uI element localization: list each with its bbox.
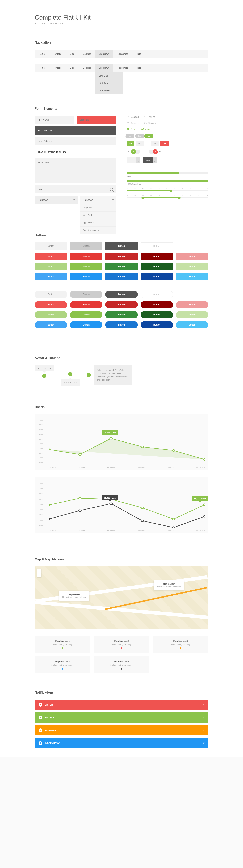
button-pill[interactable]: Button (35, 290, 67, 298)
dropdown-item[interactable]: Link Three (95, 87, 123, 94)
dropdown-open[interactable]: Dropdown (80, 196, 116, 204)
nav-help[interactable]: Help (132, 50, 145, 58)
button[interactable]: Button (105, 273, 138, 280)
textarea[interactable] (35, 158, 116, 183)
dropdown-closed[interactable]: Dropdown (35, 196, 78, 204)
nav-dropdown[interactable]: Dropdown (95, 50, 113, 58)
close-icon[interactable]: ✕ (203, 729, 205, 732)
slider-range[interactable] (127, 197, 208, 198)
search-input[interactable] (38, 185, 110, 193)
email-focused-input[interactable]: Email Address | (35, 126, 116, 134)
button-pill[interactable]: Button (141, 311, 173, 318)
avatar[interactable] (68, 372, 72, 376)
button[interactable]: Button (70, 242, 102, 250)
button[interactable]: Button (141, 263, 173, 270)
button[interactable]: Button (35, 273, 67, 280)
button-pill[interactable]: Button (141, 290, 173, 298)
button[interactable]: Button (70, 273, 102, 280)
checkbox-active[interactable]: Active (127, 128, 136, 130)
tag-grey[interactable]: Tag (136, 134, 144, 138)
email-input[interactable] (35, 137, 116, 145)
nav-home[interactable]: Home (35, 50, 49, 58)
close-icon[interactable]: ✕ (203, 742, 205, 745)
radio-standard[interactable]: Standard (144, 122, 157, 124)
close-icon[interactable]: ✕ (203, 704, 205, 706)
search-icon[interactable] (110, 188, 113, 191)
button[interactable]: Button (35, 263, 67, 270)
button[interactable]: Button (141, 253, 173, 260)
button[interactable]: Button (176, 263, 208, 270)
switch-off[interactable] (149, 150, 157, 154)
toggle-on[interactable]: ON (127, 142, 134, 146)
close-icon[interactable]: ✕ (203, 716, 205, 719)
zoom-out-icon[interactable]: − (37, 573, 41, 577)
marker-card[interactable]: Map Marker 222 minutes until you reach y… (94, 636, 149, 653)
button-pill[interactable]: Button (176, 311, 208, 318)
stepper-active[interactable]: 4.6▴▾ (143, 157, 157, 163)
nav-home[interactable]: Home (35, 64, 49, 72)
button-pill[interactable]: Button (70, 311, 102, 318)
zoom-in-icon[interactable]: + (37, 569, 41, 573)
button-pill[interactable]: Button (105, 321, 138, 329)
avatar[interactable] (42, 374, 47, 378)
button-pill[interactable]: Button (70, 301, 102, 308)
step-down-icon[interactable]: ▾ (153, 160, 157, 163)
radio-active[interactable]: Active (142, 128, 151, 130)
search-field[interactable] (35, 185, 116, 193)
marker-card[interactable]: Map Marker 122 minutes until you reach y… (35, 636, 90, 653)
button-pill[interactable]: Button (35, 321, 67, 329)
button-pill[interactable]: Button (105, 301, 138, 308)
marker-card[interactable]: Map Marker 422 minutes until you reach y… (35, 656, 90, 673)
button-pill[interactable]: Button (105, 290, 138, 298)
avatar[interactable] (87, 373, 91, 377)
radio-standard[interactable]: Standard (127, 122, 139, 124)
dropdown-item[interactable]: Link Two (95, 80, 123, 87)
nav-resources[interactable]: Resources (113, 64, 132, 72)
button-pill[interactable]: Button (176, 321, 208, 329)
dropdown-option[interactable]: Web Design (80, 212, 116, 219)
button-pill[interactable]: Button (141, 301, 173, 308)
dropdown-item[interactable]: Link One (95, 72, 123, 80)
button[interactable]: Button (105, 242, 138, 250)
map-marker-popup[interactable]: Map Marker 22 minutes until you reach yo… (154, 580, 184, 590)
button[interactable]: Button (35, 253, 67, 260)
nav-help[interactable]: Help (132, 64, 145, 72)
marker-card[interactable]: Map Marker 322 minutes until you reach y… (153, 636, 208, 653)
toggle-on[interactable]: ON (151, 142, 159, 146)
button[interactable]: Button (176, 253, 208, 260)
button-pill[interactable]: Button (176, 301, 208, 308)
switch-on[interactable] (131, 150, 140, 154)
first-name-input[interactable] (35, 116, 74, 124)
nav-portfolio[interactable]: Portfolio (49, 50, 66, 58)
dropdown-option[interactable]: App Design (80, 219, 116, 226)
button[interactable]: Button (35, 242, 67, 250)
last-name-input[interactable] (77, 116, 116, 124)
map[interactable]: + − Map Marker 22 minutes until you reac… (35, 566, 208, 629)
button-pill[interactable]: Button (105, 311, 138, 318)
email-filled-input[interactable] (35, 148, 116, 156)
nav-blog[interactable]: Blog (66, 64, 79, 72)
button-pill[interactable]: Button (141, 321, 173, 329)
step-up-icon[interactable]: ▴ (153, 157, 157, 160)
nav-dropdown-open[interactable]: Dropdown Link One Link Two Link Three (95, 64, 113, 72)
radio-disabled[interactable]: Disabled (127, 116, 139, 118)
nav-portfolio[interactable]: Portfolio (49, 64, 66, 72)
step-down-icon[interactable]: ▾ (136, 160, 140, 163)
nav-resources[interactable]: Resources (113, 50, 132, 58)
dropdown-option[interactable]: App Development (80, 226, 116, 234)
button[interactable]: Button (70, 253, 102, 260)
nav-contact[interactable]: Contact (79, 50, 95, 58)
dropdown-option[interactable]: Dropdown (80, 204, 116, 212)
toggle-off[interactable]: OFF (136, 142, 144, 146)
button[interactable]: Button (70, 263, 102, 270)
button[interactable]: Button (105, 263, 138, 270)
button[interactable]: Button (141, 242, 173, 250)
radio-enabled[interactable]: Enabled (144, 116, 155, 118)
nav-blog[interactable]: Blog (66, 50, 79, 58)
toggle-off-red[interactable]: OFF (160, 142, 169, 146)
button-pill[interactable]: Button (70, 290, 102, 298)
button-pill[interactable]: Button (35, 311, 67, 318)
step-up-icon[interactable]: ▴ (136, 157, 140, 160)
button[interactable]: Button (105, 253, 138, 260)
button-pill[interactable]: Button (35, 301, 67, 308)
